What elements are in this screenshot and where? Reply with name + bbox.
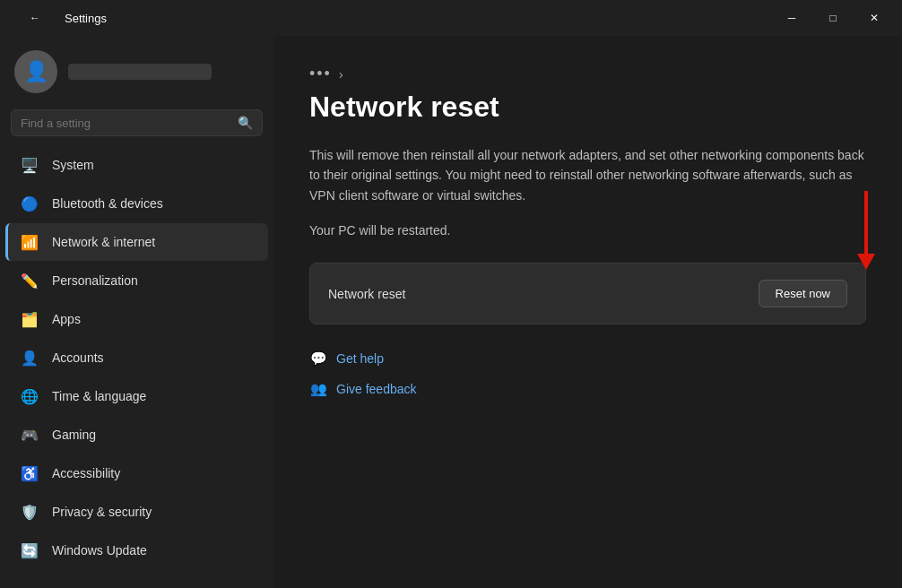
description-text: This will remove then reinstall all your… bbox=[309, 145, 866, 205]
sidebar-item-gaming[interactable]: 🎮Gaming bbox=[5, 416, 268, 454]
restart-notice: Your PC will be restarted. bbox=[309, 223, 866, 238]
search-input[interactable] bbox=[21, 117, 230, 130]
reset-section: Network reset Reset now bbox=[309, 263, 866, 324]
update-icon: 🔄 bbox=[20, 540, 39, 560]
get-help-link[interactable]: 💬 Get help bbox=[309, 350, 866, 368]
sidebar-item-update[interactable]: 🔄Windows Update bbox=[5, 532, 268, 569]
apps-icon: 🗂️ bbox=[20, 309, 39, 329]
minimize-button[interactable]: ─ bbox=[771, 4, 812, 32]
arrow-head bbox=[857, 254, 875, 270]
reset-card: Network reset Reset now bbox=[309, 263, 866, 324]
red-arrow-annotation bbox=[857, 191, 875, 270]
titlebar: ← Settings ─ □ ✕ bbox=[0, 0, 902, 36]
links-section: 💬 Get help 👥 Give feedback bbox=[309, 350, 866, 398]
sidebar-item-accounts[interactable]: 👤Accounts bbox=[5, 339, 268, 376]
reset-card-label: Network reset bbox=[328, 287, 405, 301]
back-button[interactable]: ← bbox=[14, 4, 56, 32]
give-feedback-label: Give feedback bbox=[336, 382, 417, 396]
get-help-label: Get help bbox=[336, 351, 384, 366]
sidebar-item-time[interactable]: 🌐Time & language bbox=[5, 377, 268, 415]
give-feedback-icon: 👥 bbox=[309, 380, 327, 398]
sidebar-item-personalization[interactable]: ✏️Personalization bbox=[5, 262, 268, 299]
window-controls: ─ □ ✕ bbox=[771, 4, 895, 32]
sidebar-label-gaming: Gaming bbox=[52, 428, 96, 442]
sidebar-nav: 🖥️System🔵Bluetooth & devices📶Network & i… bbox=[0, 145, 273, 570]
get-help-icon: 💬 bbox=[309, 350, 327, 368]
sidebar: 👤 🔍 🖥️System🔵Bluetooth & devices📶Network… bbox=[0, 36, 273, 588]
time-icon: 🌐 bbox=[20, 386, 39, 406]
privacy-icon: 🛡️ bbox=[20, 502, 39, 522]
breadcrumb-arrow: › bbox=[339, 67, 343, 82]
gaming-icon: 🎮 bbox=[20, 425, 39, 445]
sidebar-label-network: Network & internet bbox=[52, 235, 155, 249]
content-area: ••• › Network reset This will remove the… bbox=[273, 36, 902, 588]
sidebar-item-network[interactable]: 📶Network & internet bbox=[5, 223, 268, 261]
app-title: Settings bbox=[65, 12, 107, 25]
breadcrumb: ••• › bbox=[309, 65, 866, 83]
close-button[interactable]: ✕ bbox=[854, 4, 895, 32]
sidebar-label-personalization: Personalization bbox=[52, 273, 138, 288]
avatar: 👤 bbox=[14, 50, 57, 93]
system-icon: 🖥️ bbox=[20, 155, 39, 175]
sidebar-item-privacy[interactable]: 🛡️Privacy & security bbox=[5, 493, 268, 531]
reset-now-button[interactable]: Reset now bbox=[759, 280, 847, 307]
main-content: 👤 🔍 🖥️System🔵Bluetooth & devices📶Network… bbox=[0, 36, 902, 588]
accounts-icon: 👤 bbox=[20, 348, 39, 368]
profile-name-redacted bbox=[68, 64, 212, 80]
profile-area: 👤 bbox=[0, 36, 273, 104]
sidebar-label-accessibility: Accessibility bbox=[52, 466, 120, 480]
breadcrumb-dots: ••• bbox=[309, 65, 332, 83]
accessibility-icon: ♿ bbox=[20, 463, 39, 483]
network-icon: 📶 bbox=[20, 232, 39, 252]
page-title: Network reset bbox=[309, 91, 866, 124]
titlebar-left: ← Settings bbox=[14, 4, 107, 32]
search-box: 🔍 bbox=[11, 109, 263, 136]
sidebar-item-accessibility[interactable]: ♿Accessibility bbox=[5, 454, 268, 492]
sidebar-label-privacy: Privacy & security bbox=[52, 505, 152, 519]
arrow-line bbox=[864, 191, 868, 254]
sidebar-label-bluetooth: Bluetooth & devices bbox=[52, 196, 163, 211]
give-feedback-link[interactable]: 👥 Give feedback bbox=[309, 380, 866, 398]
sidebar-label-apps: Apps bbox=[52, 312, 81, 326]
sidebar-label-update: Windows Update bbox=[52, 543, 147, 558]
search-icon: 🔍 bbox=[238, 116, 253, 130]
sidebar-item-system[interactable]: 🖥️System bbox=[5, 146, 268, 184]
personalization-icon: ✏️ bbox=[20, 271, 39, 290]
sidebar-label-time: Time & language bbox=[52, 389, 146, 403]
search-container: 🔍 bbox=[0, 104, 273, 145]
sidebar-item-bluetooth[interactable]: 🔵Bluetooth & devices bbox=[5, 185, 268, 222]
sidebar-label-accounts: Accounts bbox=[52, 350, 104, 365]
sidebar-item-apps[interactable]: 🗂️Apps bbox=[5, 300, 268, 338]
bluetooth-icon: 🔵 bbox=[20, 194, 39, 213]
maximize-button[interactable]: □ bbox=[812, 4, 854, 32]
sidebar-label-system: System bbox=[52, 158, 94, 172]
